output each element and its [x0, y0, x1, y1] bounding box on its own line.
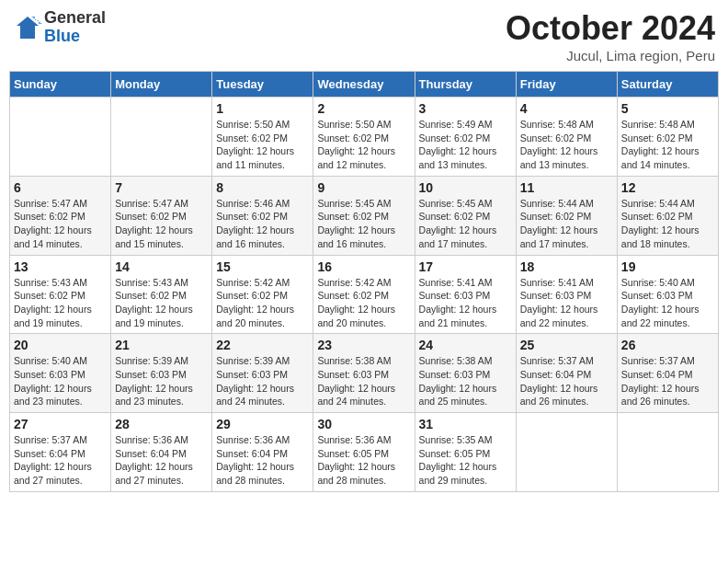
day-info: Sunrise: 5:40 AM Sunset: 6:03 PM Dayligh… [14, 354, 107, 408]
location: Jucul, Lima region, Peru [506, 48, 715, 63]
calendar-cell: 23Sunrise: 5:38 AM Sunset: 6:03 PM Dayli… [313, 334, 415, 413]
day-info: Sunrise: 5:42 AM Sunset: 6:02 PM Dayligh… [216, 276, 309, 330]
calendar-cell: 14Sunrise: 5:43 AM Sunset: 6:02 PM Dayli… [111, 255, 212, 334]
logo-text: General Blue [44, 9, 106, 46]
calendar-cell: 12Sunrise: 5:44 AM Sunset: 6:02 PM Dayli… [617, 176, 718, 255]
day-info: Sunrise: 5:45 AM Sunset: 6:02 PM Dayligh… [317, 197, 410, 251]
day-number: 12 [621, 180, 714, 195]
day-number: 7 [115, 180, 208, 195]
day-number: 26 [621, 338, 714, 352]
calendar-cell: 26Sunrise: 5:37 AM Sunset: 6:04 PM Dayli… [617, 334, 718, 413]
calendar-cell: 8Sunrise: 5:46 AM Sunset: 6:02 PM Daylig… [212, 176, 313, 255]
weekday-header: Tuesday [212, 72, 313, 98]
calendar-cell: 1Sunrise: 5:50 AM Sunset: 6:02 PM Daylig… [212, 98, 313, 177]
calendar-cell [516, 413, 617, 492]
logo: General Blue [13, 9, 106, 46]
calendar-cell [617, 413, 718, 492]
day-info: Sunrise: 5:39 AM Sunset: 6:03 PM Dayligh… [115, 354, 208, 408]
day-info: Sunrise: 5:40 AM Sunset: 6:03 PM Dayligh… [621, 276, 714, 330]
weekday-header: Saturday [617, 72, 718, 98]
day-number: 22 [216, 338, 309, 352]
calendar-cell: 28Sunrise: 5:36 AM Sunset: 6:04 PM Dayli… [111, 413, 212, 492]
calendar-cell: 19Sunrise: 5:40 AM Sunset: 6:03 PM Dayli… [617, 255, 718, 334]
day-number: 9 [317, 180, 410, 195]
calendar-cell: 18Sunrise: 5:41 AM Sunset: 6:03 PM Dayli… [516, 255, 617, 334]
day-number: 19 [621, 259, 714, 274]
logo-blue: Blue [44, 28, 106, 46]
calendar-cell: 22Sunrise: 5:39 AM Sunset: 6:03 PM Dayli… [212, 334, 313, 413]
day-number: 8 [216, 180, 309, 195]
day-number: 3 [419, 101, 512, 116]
day-number: 24 [419, 338, 512, 352]
calendar-cell: 31Sunrise: 5:35 AM Sunset: 6:05 PM Dayli… [415, 413, 516, 492]
calendar-cell: 27Sunrise: 5:37 AM Sunset: 6:04 PM Dayli… [10, 413, 111, 492]
day-number: 28 [115, 417, 208, 431]
day-number: 27 [14, 417, 107, 431]
day-info: Sunrise: 5:35 AM Sunset: 6:05 PM Dayligh… [419, 433, 512, 488]
page-header: General Blue October 2024 Jucul, Lima re… [9, 9, 719, 63]
title-area: October 2024 Jucul, Lima region, Peru [506, 9, 715, 63]
day-number: 15 [216, 259, 309, 274]
day-info: Sunrise: 5:37 AM Sunset: 6:04 PM Dayligh… [520, 354, 613, 408]
day-info: Sunrise: 5:37 AM Sunset: 6:04 PM Dayligh… [14, 433, 107, 488]
calendar-cell: 9Sunrise: 5:45 AM Sunset: 6:02 PM Daylig… [313, 176, 415, 255]
calendar-week-row: 1Sunrise: 5:50 AM Sunset: 6:02 PM Daylig… [10, 98, 719, 177]
day-info: Sunrise: 5:47 AM Sunset: 6:02 PM Dayligh… [14, 197, 107, 251]
day-number: 20 [14, 338, 107, 352]
calendar-cell [10, 98, 111, 177]
calendar-table: SundayMondayTuesdayWednesdayThursdayFrid… [9, 71, 719, 492]
day-info: Sunrise: 5:48 AM Sunset: 6:02 PM Dayligh… [621, 118, 714, 172]
calendar-cell: 11Sunrise: 5:44 AM Sunset: 6:02 PM Dayli… [516, 176, 617, 255]
calendar-cell: 4Sunrise: 5:48 AM Sunset: 6:02 PM Daylig… [516, 98, 617, 177]
day-info: Sunrise: 5:50 AM Sunset: 6:02 PM Dayligh… [317, 118, 410, 172]
calendar-cell: 13Sunrise: 5:43 AM Sunset: 6:02 PM Dayli… [10, 255, 111, 334]
day-number: 16 [317, 259, 410, 274]
calendar-cell: 20Sunrise: 5:40 AM Sunset: 6:03 PM Dayli… [10, 334, 111, 413]
day-info: Sunrise: 5:49 AM Sunset: 6:02 PM Dayligh… [419, 118, 512, 172]
month-title: October 2024 [506, 9, 715, 48]
day-number: 6 [14, 180, 107, 195]
day-info: Sunrise: 5:38 AM Sunset: 6:03 PM Dayligh… [419, 354, 512, 408]
calendar-week-row: 20Sunrise: 5:40 AM Sunset: 6:03 PM Dayli… [10, 334, 719, 413]
calendar-week-row: 13Sunrise: 5:43 AM Sunset: 6:02 PM Dayli… [10, 255, 719, 334]
day-number: 25 [520, 338, 613, 352]
weekday-header: Thursday [415, 72, 516, 98]
day-info: Sunrise: 5:38 AM Sunset: 6:03 PM Dayligh… [317, 354, 410, 408]
calendar-cell: 29Sunrise: 5:36 AM Sunset: 6:04 PM Dayli… [212, 413, 313, 492]
day-info: Sunrise: 5:45 AM Sunset: 6:02 PM Dayligh… [419, 197, 512, 251]
calendar-cell: 5Sunrise: 5:48 AM Sunset: 6:02 PM Daylig… [617, 98, 718, 177]
day-number: 4 [520, 101, 613, 116]
day-info: Sunrise: 5:41 AM Sunset: 6:03 PM Dayligh… [419, 276, 512, 330]
day-info: Sunrise: 5:46 AM Sunset: 6:02 PM Dayligh… [216, 197, 309, 251]
day-number: 5 [621, 101, 714, 116]
day-info: Sunrise: 5:39 AM Sunset: 6:03 PM Dayligh… [216, 354, 309, 408]
calendar-cell: 16Sunrise: 5:42 AM Sunset: 6:02 PM Dayli… [313, 255, 415, 334]
day-number: 21 [115, 338, 208, 352]
day-number: 31 [419, 417, 512, 431]
day-info: Sunrise: 5:44 AM Sunset: 6:02 PM Dayligh… [621, 197, 714, 251]
day-info: Sunrise: 5:41 AM Sunset: 6:03 PM Dayligh… [520, 276, 613, 330]
day-info: Sunrise: 5:36 AM Sunset: 6:05 PM Dayligh… [317, 433, 410, 488]
calendar-cell: 25Sunrise: 5:37 AM Sunset: 6:04 PM Dayli… [516, 334, 617, 413]
calendar-cell: 24Sunrise: 5:38 AM Sunset: 6:03 PM Dayli… [415, 334, 516, 413]
calendar-cell: 6Sunrise: 5:47 AM Sunset: 6:02 PM Daylig… [10, 176, 111, 255]
day-info: Sunrise: 5:36 AM Sunset: 6:04 PM Dayligh… [115, 433, 208, 488]
weekday-header: Sunday [10, 72, 111, 98]
calendar-header-row: SundayMondayTuesdayWednesdayThursdayFrid… [10, 72, 719, 98]
day-info: Sunrise: 5:47 AM Sunset: 6:02 PM Dayligh… [115, 197, 208, 251]
day-info: Sunrise: 5:48 AM Sunset: 6:02 PM Dayligh… [520, 118, 613, 172]
calendar-cell: 2Sunrise: 5:50 AM Sunset: 6:02 PM Daylig… [313, 98, 415, 177]
calendar-cell: 21Sunrise: 5:39 AM Sunset: 6:03 PM Dayli… [111, 334, 212, 413]
day-info: Sunrise: 5:37 AM Sunset: 6:04 PM Dayligh… [621, 354, 714, 408]
day-info: Sunrise: 5:43 AM Sunset: 6:02 PM Dayligh… [115, 276, 208, 330]
calendar-cell: 10Sunrise: 5:45 AM Sunset: 6:02 PM Dayli… [415, 176, 516, 255]
weekday-header: Friday [516, 72, 617, 98]
calendar-cell: 3Sunrise: 5:49 AM Sunset: 6:02 PM Daylig… [415, 98, 516, 177]
day-number: 14 [115, 259, 208, 274]
day-number: 23 [317, 338, 410, 352]
day-info: Sunrise: 5:43 AM Sunset: 6:02 PM Dayligh… [14, 276, 107, 330]
weekday-header: Monday [111, 72, 212, 98]
day-number: 17 [419, 259, 512, 274]
calendar-cell: 15Sunrise: 5:42 AM Sunset: 6:02 PM Dayli… [212, 255, 313, 334]
weekday-header: Wednesday [313, 72, 415, 98]
